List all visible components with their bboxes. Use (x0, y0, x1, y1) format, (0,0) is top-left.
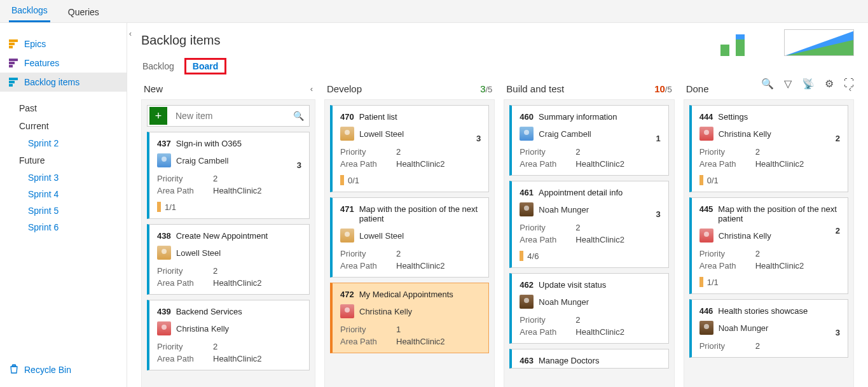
assignee: Lowell Steel (359, 129, 404, 139)
tree-sprint-5[interactable]: Sprint 5 (0, 202, 127, 219)
fullscreen-icon[interactable]: ⛶ (844, 78, 854, 90)
settings-icon[interactable]: ⚙ (825, 78, 834, 90)
recycle-icon (9, 363, 19, 376)
svg-rect-4 (9, 62, 15, 64)
tree-sprint-4[interactable]: Sprint 4 (0, 186, 127, 202)
card-461[interactable]: 461Appointment detail info Noah Munger 3… (509, 181, 668, 268)
card-id: 472 (340, 290, 354, 299)
svg-rect-7 (9, 81, 15, 83)
priority-value: 2 (213, 266, 301, 276)
assignee: Noah Munger (539, 297, 589, 307)
subtab-board[interactable]: Board (184, 58, 226, 74)
epics-icon (9, 39, 18, 48)
avatar (520, 202, 534, 216)
svg-rect-2 (9, 46, 13, 48)
avatar (699, 321, 713, 335)
velocity-chart[interactable] (720, 29, 771, 56)
recycle-label: Recycle Bin (24, 365, 71, 375)
nav-epics[interactable]: Epics (0, 34, 127, 53)
subtab-backlog[interactable]: Backlog (141, 60, 176, 73)
card-463[interactable]: 463Manage Doctors (509, 349, 668, 369)
card-title: Create New Appointment (176, 231, 268, 241)
svg-rect-5 (9, 65, 13, 67)
add-item-button[interactable]: + (149, 107, 167, 125)
column-new-collapse-icon[interactable]: ‹ (310, 84, 313, 94)
card-title: Patient list (359, 112, 397, 122)
column-done-title: Done (686, 83, 709, 94)
tab-backlogs[interactable]: Backlogs (9, 0, 50, 22)
card-id: 438 (157, 231, 171, 241)
card-title: My Medical Appointments (359, 290, 453, 299)
nav-backlog-items[interactable]: Backlog items (0, 73, 127, 92)
card-title: Backend Services (176, 307, 242, 316)
avatar (340, 127, 354, 141)
card-title: Appointment detail info (539, 188, 623, 197)
card-472[interactable]: 472My Medical Appointments Christina Kel… (330, 283, 489, 353)
tree-past[interactable]: Past (0, 99, 127, 117)
nav-features-label: Features (24, 58, 59, 68)
view-tabs: Backlog Board (141, 58, 854, 74)
avatar (520, 295, 534, 309)
tree-future[interactable]: Future (0, 151, 127, 169)
card-id: 444 (699, 112, 713, 122)
avatar (340, 229, 354, 243)
tree-sprint-2[interactable]: Sprint 2 (0, 135, 127, 151)
priority-value: 2 (213, 342, 301, 351)
card-id: 461 (520, 188, 534, 197)
svg-rect-0 (9, 39, 18, 42)
new-item-row: + 🔍 (147, 105, 310, 127)
backlog-items-icon (9, 78, 18, 87)
card-460[interactable]: 460Summary information Craig Cambell 1 P… (509, 105, 668, 176)
column-develop-title: Develop (327, 83, 362, 94)
card-444[interactable]: 444Settings Christina Kelly 2 Priority2 … (689, 105, 848, 192)
tree-sprint-3[interactable]: Sprint 3 (0, 169, 127, 186)
progress-chip (699, 175, 703, 185)
live-updates-icon[interactable]: 📡 (802, 78, 815, 90)
progress-text: 1/1 (707, 278, 719, 287)
card-462[interactable]: 462Update visit status Noah Munger Prior… (509, 273, 668, 344)
card-437[interactable]: 437SIgn-in with O365 Craig Cambell 3 Pri… (147, 132, 310, 219)
features-icon (9, 59, 18, 67)
assignee: Lowell Steel (176, 248, 221, 258)
assignee: Craig Cambell (176, 156, 228, 165)
tree-current[interactable]: Current (0, 117, 127, 135)
avatar (520, 127, 534, 141)
recycle-bin[interactable]: Recycle Bin (0, 358, 127, 381)
card-471[interactable]: 471Map with the position of the next pat… (330, 197, 489, 278)
card-470[interactable]: 470Patient list Lowell Steel 3 Priority2… (330, 105, 489, 192)
card-id: 462 (520, 280, 534, 290)
card-438[interactable]: 438Create New Appointment Lowell Steel P… (147, 224, 310, 295)
tab-queries[interactable]: Queries (65, 2, 102, 22)
svg-rect-6 (9, 78, 18, 80)
areapath-value: HealthClinic2 (213, 186, 301, 195)
progress-chip (520, 251, 523, 261)
card-439[interactable]: 439Backend Services Christina Kelly Prio… (147, 300, 310, 370)
card-445[interactable]: 445Map with the position of the next pat… (689, 197, 848, 294)
new-item-input[interactable] (173, 108, 289, 123)
progress-chip (340, 175, 344, 185)
card-title: Map with the position of the next patien… (359, 204, 481, 223)
priority-label: Priority (157, 266, 213, 276)
tree-sprint-6[interactable]: Sprint 6 (0, 219, 127, 236)
avatar (699, 229, 713, 243)
card-title: SIgn-in with O365 (176, 139, 242, 148)
build-wip-max: /5 (665, 85, 672, 94)
progress-text: 0/1 (707, 176, 719, 185)
nav-features[interactable]: Features (0, 53, 127, 73)
search-icon[interactable]: 🔍 (761, 78, 774, 90)
cfd-chart[interactable] (784, 29, 854, 56)
areapath-label: Area Path (157, 186, 213, 195)
assignee: Christina Kelly (359, 307, 412, 316)
avatar (157, 153, 171, 167)
card-title: Map with the position of the next patien… (718, 204, 840, 223)
avatar (699, 127, 713, 141)
areapath-value: HealthClinic2 (213, 354, 301, 363)
mini-charts[interactable] (720, 29, 854, 56)
search-item-icon[interactable]: 🔍 (293, 111, 304, 121)
svg-rect-8 (9, 84, 13, 87)
card-446[interactable]: 446Health stories showcase Noah Munger 3… (689, 299, 848, 358)
filter-icon[interactable]: ▽ (784, 78, 792, 90)
assignee: Lowell Steel (359, 231, 404, 241)
column-build-test: Build and test 10/5 460Summary informati… (504, 81, 674, 387)
build-wip-current: 10 (654, 83, 665, 94)
